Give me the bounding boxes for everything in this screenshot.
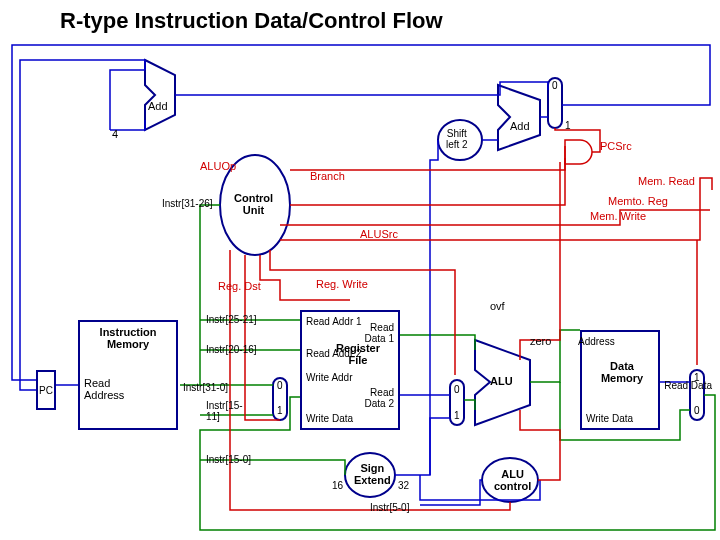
mux0-regdst: 0: [277, 380, 283, 391]
se16-label: 16: [332, 480, 343, 491]
mux1-memtoreg: 1: [694, 372, 700, 383]
data-memory: Data Memory Address Write Data Read Data: [580, 330, 660, 430]
field-15-11: Instr[15-11]: [206, 400, 246, 422]
pcsrc-label: PCSrc: [600, 140, 632, 152]
ovf-label: ovf: [490, 300, 505, 312]
shift-left-label: Shift left 2: [446, 128, 468, 150]
mux1-pcsrc: 1: [565, 120, 571, 131]
dm-address-label: Address: [578, 336, 615, 347]
branch-label: Branch: [310, 170, 345, 182]
dm-write-data-label: Write Data: [586, 413, 633, 424]
mux0-pcsrc: 0: [552, 80, 558, 91]
memread-label: Mem. Read: [638, 175, 695, 187]
control-unit-label: Control Unit: [234, 192, 273, 216]
se32-label: 32: [398, 480, 409, 491]
alu-label: ALU: [490, 375, 513, 387]
alusrc-label: ALUSrc: [360, 228, 398, 240]
memwrite-label: Mem. Write: [590, 210, 646, 222]
field-31-26: Instr[31-26]: [162, 198, 213, 209]
read-data1-label: Read Data 1: [365, 322, 394, 344]
regdst-label: Reg. Dst: [218, 280, 261, 292]
field-25-21: Instr[25-21]: [206, 314, 257, 325]
read-address-label: Read Address: [84, 377, 124, 401]
write-addr-label: Write Addr: [306, 372, 353, 383]
register-file: Register File Read Addr 1 Read Addr 2 Wr…: [300, 310, 400, 430]
instr-out-label: Instr[31-0]: [183, 382, 228, 393]
dm-read-data-label: Read Data: [664, 380, 712, 391]
read-addr2-label: Read Addr 2: [306, 348, 362, 359]
mux0-memtoreg: 0: [694, 405, 700, 416]
regwrite-label: Reg. Write: [316, 278, 368, 290]
read-addr1-label: Read Addr 1: [306, 316, 362, 327]
add-right-label: Add: [510, 120, 530, 132]
field-5-0: Instr[5-0]: [370, 502, 409, 513]
zero-label: zero: [530, 335, 551, 347]
write-data-reg-label: Write Data: [306, 413, 353, 424]
data-mem-label: Data Memory: [590, 360, 654, 384]
field-20-16: Instr[20-16]: [206, 344, 257, 355]
instr-mem-label: Instruction Memory: [86, 326, 170, 350]
alu-control-label: ALU control: [494, 468, 531, 492]
memtoreg-label: Memto. Reg: [608, 195, 668, 207]
field-15-0: Instr[15-0]: [206, 454, 251, 465]
read-data2-label: Read Data 2: [365, 387, 394, 409]
page-title: R-type Instruction Data/Control Flow: [60, 8, 443, 34]
instruction-memory: Instruction Memory Read Address Instr[31…: [78, 320, 178, 430]
pc-register: PC: [36, 370, 56, 410]
mux1-regdst: 1: [277, 405, 283, 416]
mux1-alusrc: 1: [454, 410, 460, 421]
sign-extend-label: Sign Extend: [354, 462, 391, 486]
mux0-alusrc: 0: [454, 384, 460, 395]
aluop-label: ALUOp: [200, 160, 236, 172]
const4-label: 4: [112, 128, 118, 140]
add-top-label: Add: [148, 100, 168, 112]
